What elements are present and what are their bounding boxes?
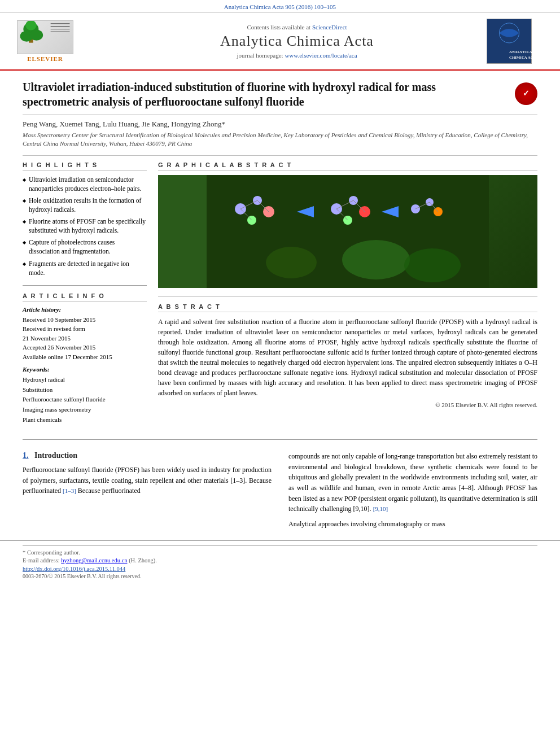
right-column: G R A P H I C A L A B S T R A C T (158, 161, 537, 433)
doi-line: http://dx.doi.org/10.1016/j.aca.2015.11.… (23, 566, 537, 572)
highlight-item: ◆Fluorine atoms of PFOSF can be specific… (23, 217, 147, 235)
graphical-abstract-section: G R A P H I C A L A B S T R A C T (158, 161, 537, 288)
abstract-header: A B S T R A C T (158, 303, 537, 312)
accepted-date: Accepted 26 November 2015 (23, 343, 147, 352)
journal-logo-area: ELSEVIER (17, 20, 107, 62)
intro-ref3[interactable]: [9,10] (373, 505, 388, 512)
section-number: 1. (23, 451, 29, 460)
intro-right-text: compounds are not only capable of long-r… (288, 452, 537, 513)
issn-line: 0003-2670/© 2015 Elsevier B.V. All right… (23, 573, 537, 579)
email-line: E-mail address: hyzhong@mail.ccnu.edu.cn… (23, 557, 537, 563)
science-direct-link[interactable]: ScienceDirect (312, 24, 347, 30)
svg-text:ANALYTICA: ANALYTICA (509, 50, 532, 54)
available-date: Available online 17 December 2015 (23, 352, 147, 362)
abstract-text: A rapid and solvent free substitution re… (158, 317, 537, 398)
crossmark-icon: ✓ (523, 89, 530, 99)
keywords-list: Hydroxyl radicalSubstitutionPerfluorooct… (23, 375, 147, 425)
bullet-diamond: ◆ (23, 177, 26, 183)
keywords-section: Keywords: Hydroxyl radicalSubstitutionPe… (23, 366, 147, 425)
highlights-header: H I G H L I G H T S (23, 161, 147, 171)
svg-point-35 (342, 240, 410, 279)
svg-point-37 (266, 247, 317, 278)
journal-title-area: Contents lists available at ScienceDirec… (107, 24, 487, 59)
journal-cover-image: ANALYTICA CHIMICA ACTA (487, 19, 532, 64)
svg-point-36 (404, 248, 461, 282)
science-direct-label: Contents lists available at ScienceDirec… (107, 24, 487, 30)
crossmark-badge[interactable]: ✓ (515, 82, 537, 105)
bullet-diamond: ◆ (23, 261, 26, 267)
highlight-item: ◆Ultraviolet irradiation on semiconducto… (23, 175, 147, 193)
intro-right-column: compounds are not only capable of long-r… (288, 451, 537, 529)
intro-title: 1. Introduction (23, 451, 272, 460)
received-revised-label: Received in revised form (23, 324, 147, 334)
email-label: E-mail address: (23, 557, 60, 563)
affiliation: Mass Spectrometry Center for Structural … (23, 131, 537, 148)
intro-left-paragraph: Perfluorooctane sulfonyl fluoride (PFOSF… (23, 465, 272, 496)
received-date: Received 10 September 2015 (23, 315, 147, 325)
article-title-block: Ultraviolet irradiation-induced substitu… (23, 80, 537, 115)
highlights-list: ◆Ultraviolet irradiation on semiconducto… (23, 175, 147, 277)
elsevier-logo-image (17, 20, 73, 54)
svg-text:CHIMICA ACTA: CHIMICA ACTA (509, 55, 532, 59)
intro-left-text: Perfluorooctane sulfonyl fluoride (PFOSF… (23, 466, 272, 495)
corresponding-note: * Corresponding author. (23, 549, 537, 556)
intro-right-text2: Analytical approaches involving chromato… (288, 520, 445, 528)
authors-line: Peng Wang, Xuemei Tang, Lulu Huang, Jie … (23, 120, 537, 129)
keywords-label: Keywords: (23, 366, 147, 373)
bullet-diamond: ◆ (23, 239, 26, 246)
journal-homepage-link[interactable]: www.elsevier.com/locate/aca (285, 52, 357, 59)
graphical-abstract-header: G R A P H I C A L A B S T R A C T (158, 161, 537, 171)
keyword-item: Perfluorooctane sulfonyl fluoride (23, 395, 147, 405)
journal-citation-text: Analytica Chimica Acta 905 (2016) 100–10… (224, 3, 336, 10)
keyword-item: Hydroxyl radical (23, 375, 147, 385)
keyword-item: Substitution (23, 385, 147, 395)
elsevier-brand-text: ELSEVIER (27, 55, 63, 62)
email-link[interactable]: hyzhong@mail.ccnu.edu.cn (61, 557, 127, 563)
copyright-text: © 2015 Elsevier B.V. All rights reserved… (158, 401, 537, 408)
article-container: Ultraviolet irradiation-induced substitu… (0, 71, 560, 529)
email-suffix: (H. Zhong). (129, 557, 157, 563)
article-info-header: A R T I C L E I N F O (23, 292, 147, 302)
abstract-section: A B S T R A C T A rapid and solvent free… (158, 303, 537, 408)
article-title-text: Ultraviolet irradiation-induced substitu… (23, 80, 515, 109)
footer-top: * Corresponding author. E-mail address: … (23, 545, 537, 563)
intro-right-paragraph-2: Analytical approaches involving chromato… (288, 519, 537, 530)
doi-link[interactable]: http://dx.doi.org/10.1016/j.aca.2015.11.… (23, 566, 125, 572)
highlights-section: H I G H L I G H T S ◆Ultraviolet irradia… (23, 161, 147, 277)
journal-homepage-line: journal homepage: www.elsevier.com/locat… (107, 52, 487, 59)
highlights-divider (23, 285, 147, 286)
two-column-section: H I G H L I G H T S ◆Ultraviolet irradia… (23, 155, 537, 433)
svg-point-3 (30, 29, 43, 40)
section-title-text: Introduction (34, 451, 77, 460)
intro-ref1[interactable]: [1–3] (63, 487, 76, 494)
highlight-item: ◆Fragments are detected in negative ion … (23, 259, 147, 277)
main-section-divider (23, 439, 537, 440)
highlight-item: ◆Capture of photoelectrons causes dissoc… (23, 238, 147, 256)
journal-title: Analytica Chimica Acta (107, 33, 487, 50)
highlight-item: ◆Hole oxidization results in the formati… (23, 196, 147, 214)
intro-right-paragraph: compounds are not only capable of long-r… (288, 451, 537, 514)
keyword-item: Imaging mass spectrometry (23, 405, 147, 415)
article-history-label: Article history: (23, 306, 147, 313)
journal-cover-area: ANALYTICA CHIMICA ACTA (487, 19, 543, 64)
bullet-diamond: ◆ (23, 198, 26, 204)
left-column: H I G H L I G H T S ◆Ultraviolet irradia… (23, 161, 147, 433)
intro-left-text-cont: Because perfluorinated (78, 487, 141, 495)
page-footer: * Corresponding author. E-mail address: … (0, 540, 560, 584)
journal-citation-bar: Analytica Chimica Acta 905 (2016) 100–10… (0, 0, 560, 13)
keyword-item: Plant chemicals (23, 415, 147, 425)
bullet-diamond: ◆ (23, 219, 26, 225)
abstract-divider (158, 296, 537, 296)
elsevier-logo: ELSEVIER (17, 20, 73, 62)
received-revised-date: 21 November 2015 (23, 334, 147, 343)
introduction-section: 1. Introduction Perfluorooctane sulfonyl… (23, 447, 537, 529)
graphical-abstract-image (158, 175, 537, 288)
intro-left-column: 1. Introduction Perfluorooctane sulfonyl… (23, 451, 272, 529)
article-info-section: A R T I C L E I N F O Article history: R… (23, 292, 147, 425)
journal-header: ELSEVIER Contents lists available at Sci… (0, 13, 560, 71)
